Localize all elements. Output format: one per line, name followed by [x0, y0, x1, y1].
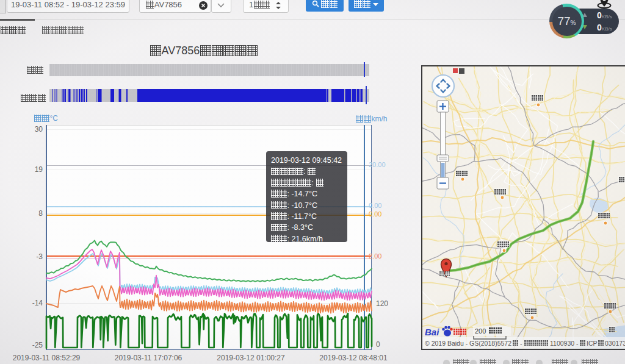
svg-text:1100930 -: 1100930 -	[550, 340, 579, 347]
svg-text:030173: 030173	[605, 340, 625, 347]
svg-text:-: -	[520, 340, 522, 347]
svg-text:© 2019 Baidu - GS(2018)5572: © 2019 Baidu - GS(2018)5572	[425, 340, 511, 347]
svg-text:200: 200	[475, 327, 486, 335]
svg-text:ICP: ICP	[587, 340, 598, 347]
svg-text:Bai: Bai	[425, 327, 439, 337]
